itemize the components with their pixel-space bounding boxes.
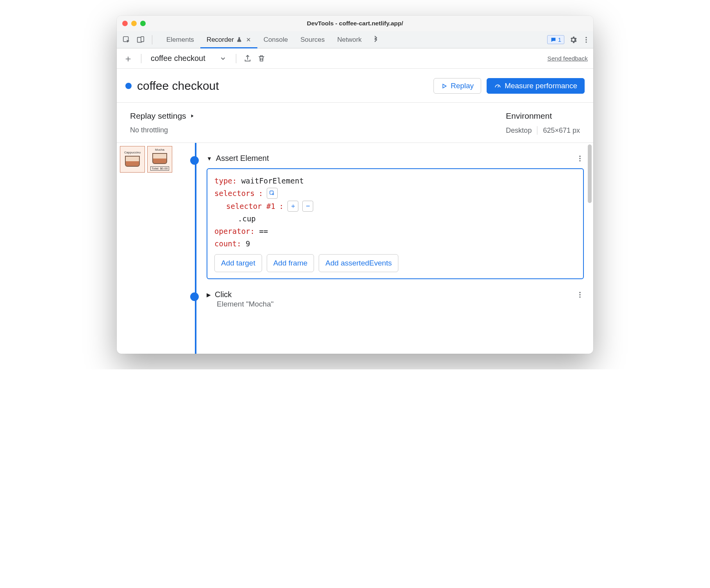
step-body: type: waitForElement selectors: selector… — [207, 168, 584, 279]
step-click: ▶ Click Element "Mocha" — [207, 290, 584, 308]
tab-elements[interactable]: Elements — [160, 31, 200, 48]
recording-header: coffee checkout Replay Measure performan… — [117, 69, 593, 103]
measure-performance-button[interactable]: Measure performance — [487, 78, 585, 94]
device-toolbar-icon[interactable] — [136, 35, 146, 45]
minimize-window-button[interactable] — [131, 21, 137, 26]
titlebar: DevTools - coffee-cart.netlify.app/ — [117, 16, 593, 31]
recorder-toolbar: ＋ coffee checkout Send feedback — [117, 48, 593, 69]
more-tabs-button[interactable] — [368, 31, 384, 48]
delete-icon[interactable] — [257, 54, 266, 62]
expand-icon[interactable]: ▶ — [207, 292, 211, 298]
tab-close-icon[interactable]: ✕ — [246, 36, 251, 43]
new-recording-button[interactable]: ＋ — [122, 53, 134, 64]
thumbnail[interactable]: Cappuccino — [120, 146, 145, 173]
replay-settings-toggle[interactable]: Replay settings — [130, 111, 506, 121]
issues-count: 1 — [558, 36, 561, 43]
issues-badge[interactable]: 1 — [547, 35, 564, 44]
step-subtitle: Element "Mocha" — [217, 300, 584, 308]
tab-label: Recorder — [207, 36, 234, 44]
replay-label: Replay — [451, 82, 474, 90]
replay-button[interactable]: Replay — [433, 78, 481, 94]
env-viewport: 625×671 px — [543, 127, 580, 135]
add-frame-button[interactable]: Add frame — [267, 254, 314, 272]
tab-label: Console — [264, 36, 288, 44]
svg-point-4 — [585, 39, 587, 40]
svg-point-5 — [585, 41, 587, 43]
recording-title: coffee checkout — [137, 79, 219, 93]
collapse-icon[interactable]: ▼ — [207, 155, 212, 162]
step-title: Click — [215, 290, 232, 299]
more-menu-icon[interactable] — [582, 36, 590, 44]
export-icon[interactable] — [243, 54, 252, 63]
thumbnail[interactable]: Mocha Total: $0.00 — [147, 146, 172, 173]
prop-value[interactable]: 9 — [246, 239, 250, 248]
zoom-window-button[interactable] — [140, 21, 146, 26]
pick-selector-icon[interactable] — [267, 188, 278, 199]
step-dot — [190, 292, 199, 301]
svg-point-7 — [579, 158, 580, 159]
svg-rect-2 — [141, 36, 144, 41]
close-window-button[interactable] — [122, 21, 128, 26]
prop-key: operator — [214, 227, 250, 235]
remove-selector-icon[interactable]: − — [302, 201, 313, 212]
divider — [537, 126, 537, 135]
recording-status-dot — [125, 83, 132, 89]
play-icon — [441, 83, 448, 89]
prop-value[interactable]: waitForElement — [241, 176, 304, 185]
recording-name: coffee checkout — [151, 54, 205, 63]
thumb-total: Total: $0.00 — [150, 166, 169, 171]
svg-point-6 — [579, 155, 580, 157]
svg-point-3 — [585, 37, 587, 38]
add-asserted-events-button[interactable]: Add assertedEvents — [319, 254, 398, 272]
inspect-element-icon[interactable] — [121, 35, 132, 45]
timeline-line — [195, 143, 196, 354]
environment-heading: Environment — [506, 111, 580, 121]
tab-sources[interactable]: Sources — [294, 31, 331, 48]
thumb-caption: Cappuccino — [124, 151, 141, 154]
svg-point-12 — [579, 296, 580, 298]
devtools-window: DevTools - coffee-cart.netlify.app/ Elem… — [117, 16, 593, 354]
flask-icon — [236, 37, 242, 43]
step-assert-element: ▼ Assert Element type: waitForElement se… — [207, 154, 584, 279]
tab-recorder[interactable]: Recorder ✕ — [200, 31, 257, 48]
throttling-value: No throttling — [130, 126, 506, 134]
chevron-down-icon — [219, 55, 227, 62]
add-selector-icon[interactable]: ＋ — [287, 201, 298, 212]
tab-label: Elements — [166, 36, 194, 44]
mug-icon — [125, 156, 140, 167]
tab-label: Network — [337, 36, 362, 44]
tabs: Elements Recorder ✕ Console Sources Netw… — [160, 31, 384, 48]
step-title: Assert Element — [216, 154, 269, 163]
measure-label: Measure performance — [505, 82, 577, 90]
steps-area: Cappuccino Mocha Total: $0.00 ▼ Assert E… — [117, 143, 593, 354]
divider — [152, 35, 152, 45]
scrollbar[interactable] — [588, 144, 592, 203]
prop-key: count — [214, 239, 237, 248]
recording-selector[interactable]: coffee checkout — [148, 54, 229, 63]
selector-value[interactable]: .cup — [238, 214, 256, 223]
chevron-right-icon — [189, 113, 195, 119]
gauge-icon — [494, 82, 501, 90]
prop-key: selectors — [214, 187, 255, 200]
divider — [141, 54, 141, 63]
add-target-button[interactable]: Add target — [214, 254, 262, 272]
tab-label: Sources — [300, 36, 325, 44]
send-feedback-link[interactable]: Send feedback — [548, 55, 588, 62]
step-menu-icon[interactable] — [576, 291, 584, 299]
step-menu-icon[interactable] — [576, 155, 584, 162]
prop-key: type — [214, 176, 232, 185]
thumb-caption: Mocha — [155, 148, 164, 151]
settings-icon[interactable] — [569, 36, 578, 44]
divider — [236, 54, 236, 63]
window-title: DevTools - coffee-cart.netlify.app/ — [117, 20, 593, 27]
env-device: Desktop — [506, 127, 532, 135]
settings-row: Replay settings No throttling Environmen… — [117, 103, 593, 143]
traffic-lights — [122, 21, 146, 26]
mug-icon — [152, 153, 167, 164]
tab-network[interactable]: Network — [331, 31, 368, 48]
prop-key: selector #1 — [226, 200, 275, 212]
prop-value[interactable]: == — [259, 227, 268, 235]
tabs-row: Elements Recorder ✕ Console Sources Netw… — [117, 31, 593, 48]
message-icon — [550, 37, 557, 43]
tab-console[interactable]: Console — [257, 31, 294, 48]
